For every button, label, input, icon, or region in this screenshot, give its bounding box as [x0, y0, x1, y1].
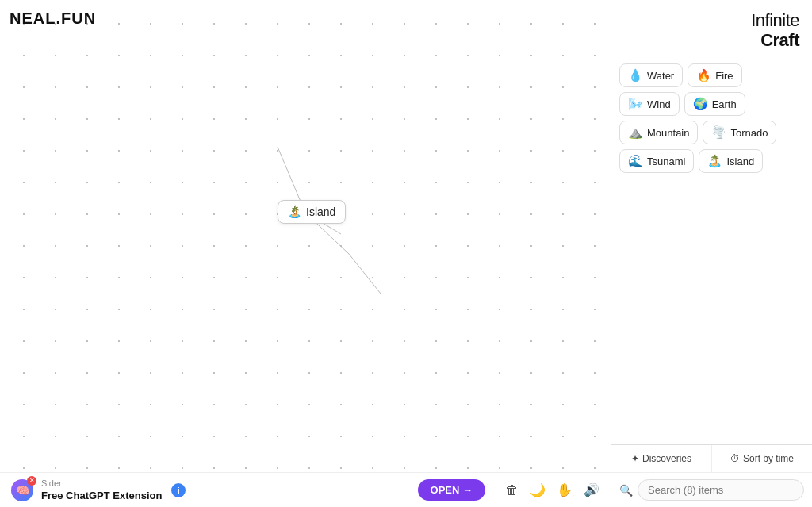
banner-open-button[interactable]: OPEN →	[418, 479, 485, 501]
sound-icon[interactable]: 🔊	[584, 482, 599, 497]
sort-label: Sort by time	[743, 453, 794, 464]
element-chip-mountain[interactable]: ⛰️Mountain	[619, 121, 698, 144]
island-canvas-label: Island	[306, 205, 335, 218]
canvas-area[interactable]: NEAL.FUN 🏝️ Island 🧠 ✕ Sider Free ChatGP…	[0, 0, 611, 507]
mountain-emoji: ⛰️	[628, 125, 643, 140]
island-label: Island	[726, 156, 754, 167]
chat-banner: 🧠 ✕ Sider Free ChatGPT Extension i OPEN …	[0, 472, 611, 507]
element-chip-water[interactable]: 💧Water	[619, 63, 683, 87]
moon-icon[interactable]: 🌙	[530, 482, 546, 497]
svg-line-2	[349, 254, 381, 294]
tab-discoveries[interactable]: ✦ Discoveries	[611, 445, 712, 472]
wind-label: Wind	[647, 98, 671, 110]
banner-close[interactable]: ✕	[27, 476, 36, 486]
banner-info-icon[interactable]: i	[171, 483, 186, 497]
island-emoji: 🏝️	[288, 205, 301, 218]
sider-label: Sider	[41, 479, 162, 488]
canvas-lines	[0, 0, 611, 507]
game-title-infinite: Infinite	[751, 10, 799, 30]
hand-icon[interactable]: ✋	[557, 482, 573, 497]
element-chip-fire[interactable]: 🔥Fire	[688, 63, 741, 87]
water-label: Water	[647, 70, 674, 82]
toolbar-icons: 🗑 🌙 ✋ 🔊	[506, 482, 599, 497]
search-icon: 🔍	[619, 484, 633, 497]
island-emoji: 🏝️	[707, 154, 722, 168]
element-chip-tornado[interactable]: 🌪️Tornado	[703, 121, 776, 144]
elements-grid[interactable]: 💧Water🔥Fire🌬️Wind🌍Earth⛰️Mountain🌪️Torna…	[611, 59, 812, 444]
sider-logo: 🧠 ✕	[11, 479, 33, 501]
sidebar: Infinite Craft 💧Water🔥Fire🌬️Wind🌍Earth⛰️…	[611, 0, 812, 507]
element-chip-earth[interactable]: 🌍Earth	[684, 92, 745, 116]
tsunami-emoji: 🌊	[628, 154, 643, 168]
mountain-label: Mountain	[647, 127, 689, 139]
element-chip-wind[interactable]: 🌬️Wind	[619, 92, 680, 116]
search-input[interactable]	[638, 479, 804, 501]
sidebar-tabs: ✦ Discoveries ⏱ Sort by time	[611, 445, 812, 473]
sort-icon: ⏱	[730, 453, 740, 464]
search-area: 🔍	[611, 473, 812, 507]
water-emoji: 💧	[628, 68, 643, 83]
game-title: Infinite Craft	[611, 0, 812, 59]
tsunami-label: Tsunami	[647, 156, 685, 167]
earth-emoji: 🌍	[693, 97, 708, 111]
discoveries-icon: ✦	[631, 453, 639, 464]
fire-emoji: 🔥	[696, 68, 711, 83]
element-chip-island[interactable]: 🏝️Island	[699, 149, 763, 173]
sidebar-bottom: ✦ Discoveries ⏱ Sort by time 🔍	[611, 444, 812, 507]
earth-label: Earth	[712, 98, 737, 110]
fire-label: Fire	[715, 70, 733, 82]
element-chip-tsunami[interactable]: 🌊Tsunami	[619, 149, 694, 173]
tab-sort-by-time[interactable]: ⏱ Sort by time	[712, 445, 812, 472]
game-title-craft: Craft	[760, 30, 799, 50]
wind-emoji: 🌬️	[628, 97, 643, 111]
tornado-emoji: 🌪️	[711, 125, 726, 140]
trash-icon[interactable]: 🗑	[506, 483, 519, 497]
banner-title: Free ChatGPT Extension	[41, 490, 162, 501]
island-canvas-element[interactable]: 🏝️ Island	[278, 200, 346, 224]
discoveries-label: Discoveries	[642, 453, 691, 464]
logo: NEAL.FUN	[10, 10, 96, 28]
tornado-label: Tornado	[730, 127, 768, 139]
